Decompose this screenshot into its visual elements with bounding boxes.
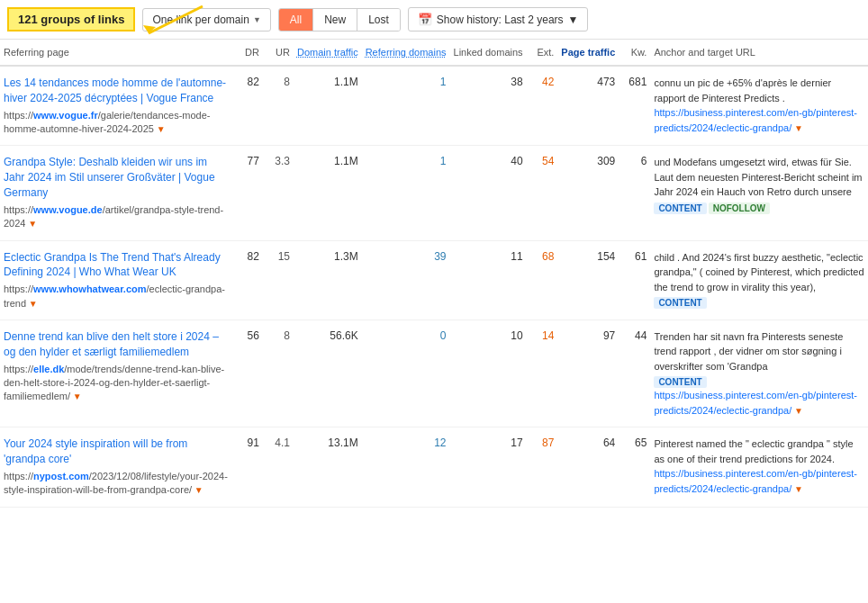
filter-all-button[interactable]: All xyxy=(279,9,313,31)
anchor-url-dropdown-icon[interactable]: ▼ xyxy=(791,406,803,416)
page-title-link[interactable]: Grandpa Style: Deshalb kleiden wir uns i… xyxy=(4,155,229,200)
linked-domains-value: 38 xyxy=(450,66,527,146)
col-header-kw[interactable]: Kw. xyxy=(619,40,650,66)
anchor-text: Trenden har sit navn fra Pinterests sene… xyxy=(654,329,864,374)
domain-traffic-value: 1.3M xyxy=(294,240,362,320)
links-table-wrapper: Referring page DR UR Domain traffic Refe… xyxy=(0,40,868,508)
anchor-url-dropdown-icon[interactable]: ▼ xyxy=(791,123,803,133)
anchor-text: und Modefans umgesetzt wird, etwas für S… xyxy=(654,155,864,200)
anchor-url-link[interactable]: https://business.pinterest.com/en-gb/pin… xyxy=(654,468,857,494)
ext-value: 42 xyxy=(527,66,558,146)
page-cell: Denne trend kan blive den helt store i 2… xyxy=(0,320,232,428)
page-traffic-value: 64 xyxy=(557,428,619,507)
anchor-url-link[interactable]: https://business.pinterest.com/en-gb/pin… xyxy=(654,390,857,416)
dr-value: 77 xyxy=(232,146,263,240)
anchor-text: Pinterest named the " eclectic grandpa "… xyxy=(654,436,864,466)
col-header-referring-domains[interactable]: Referring domains xyxy=(362,40,450,66)
dr-value: 82 xyxy=(232,66,263,146)
page-url: https://www.vogue.fr/galerie/tendances-m… xyxy=(4,109,229,137)
top-bar: 121 groups of links One link per domain … xyxy=(0,0,868,40)
ur-value: 4.1 xyxy=(263,428,294,507)
anchor-cell: connu un pic de +65% d'après le dernier … xyxy=(650,66,868,146)
col-header-page: Referring page xyxy=(0,40,232,66)
url-dropdown-icon[interactable]: ▼ xyxy=(26,299,38,309)
arrow-annotation xyxy=(131,2,212,38)
anchor-cell: Pinterest named the " eclectic grandpa "… xyxy=(650,428,868,507)
url-text: https://www.vogue.fr/galerie/tendances-m… xyxy=(4,110,211,134)
tag-group: CONTENTNOFOLLOW xyxy=(654,200,864,214)
domain-traffic-value: 1.1M xyxy=(294,146,362,240)
tag-content: CONTENT xyxy=(654,297,706,309)
referring-domains-value: 0 xyxy=(362,320,450,428)
dr-value: 82 xyxy=(232,240,263,320)
col-header-domain-traffic[interactable]: Domain traffic xyxy=(294,40,362,66)
linked-domains-value: 11 xyxy=(450,240,527,320)
col-header-page-traffic[interactable]: Page traffic xyxy=(557,40,619,66)
url-dropdown-icon[interactable]: ▼ xyxy=(192,485,203,495)
col-header-dr[interactable]: DR xyxy=(232,40,263,66)
dr-value: 56 xyxy=(232,320,263,428)
table-body: Les 14 tendances mode homme de l'automne… xyxy=(0,66,868,507)
referring-domains-value: 1 xyxy=(362,146,450,240)
page-cell: Les 14 tendances mode homme de l'automne… xyxy=(0,66,232,146)
calendar-icon: 📅 xyxy=(418,13,432,26)
chevron-down-icon: ▼ xyxy=(253,15,261,24)
page-traffic-value: 154 xyxy=(557,240,619,320)
page-traffic-value: 97 xyxy=(557,320,619,428)
page-url: https://www.vogue.de/artikel/grandpa-sty… xyxy=(4,203,229,231)
table-row: Denne trend kan blive den helt store i 2… xyxy=(0,320,868,428)
anchor-text: child . And 2024's first buzzy aesthetic… xyxy=(654,250,864,295)
url-text: https://elle.dk/mode/trends/denne-trend-… xyxy=(4,364,224,402)
anchor-url-link[interactable]: https://business.pinterest.com/en-gb/pin… xyxy=(654,107,857,133)
ur-value: 3.3 xyxy=(263,146,294,240)
anchor-cell: und Modefans umgesetzt wird, etwas für S… xyxy=(650,146,868,240)
page-url: https://nypost.com/2023/12/08/lifestyle/… xyxy=(4,470,229,498)
page-title-link[interactable]: Your 2024 style inspiration will be from… xyxy=(4,436,229,467)
dr-value: 91 xyxy=(232,428,263,507)
col-header-ur[interactable]: UR xyxy=(263,40,294,66)
ext-value: 54 xyxy=(527,146,558,240)
referring-domains-value: 39 xyxy=(362,240,450,320)
col-header-linked-domains[interactable]: Linked domains xyxy=(450,40,527,66)
anchor-cell: Trenden har sit navn fra Pinterests sene… xyxy=(650,320,868,428)
ur-value: 15 xyxy=(263,240,294,320)
linked-domains-value: 10 xyxy=(450,320,527,428)
page-title-link[interactable]: Denne trend kan blive den helt store i 2… xyxy=(4,329,229,360)
filter-lost-button[interactable]: Lost xyxy=(357,9,400,31)
tag-group: CONTENT xyxy=(654,294,864,309)
page-title-link[interactable]: Les 14 tendances mode homme de l'automne… xyxy=(4,76,229,106)
kw-value: 61 xyxy=(619,240,650,320)
links-table: Referring page DR UR Domain traffic Refe… xyxy=(0,40,868,508)
tag-group: CONTENT xyxy=(654,374,864,388)
page-url: https://www.whowhatwear.com/eclectic-gra… xyxy=(4,283,229,310)
domain-traffic-value: 13.1M xyxy=(294,428,362,507)
url-dropdown-icon[interactable]: ▼ xyxy=(70,392,82,401)
table-header-row: Referring page DR UR Domain traffic Refe… xyxy=(0,40,868,66)
domain-traffic-value: 1.1M xyxy=(294,66,362,146)
svg-line-0 xyxy=(149,6,203,33)
col-header-anchor: Anchor and target URL xyxy=(650,40,868,66)
col-header-ext[interactable]: Ext. xyxy=(527,40,558,66)
table-row: Grandpa Style: Deshalb kleiden wir uns i… xyxy=(0,146,868,240)
tag-content: CONTENT xyxy=(654,202,706,214)
groups-badge: 121 groups of links xyxy=(7,7,135,32)
page-traffic-value: 309 xyxy=(557,146,619,240)
url-dropdown-icon[interactable]: ▼ xyxy=(154,124,166,134)
ext-value: 14 xyxy=(527,320,558,428)
table-row: Your 2024 style inspiration will be from… xyxy=(0,428,868,507)
page-traffic-value: 473 xyxy=(557,66,619,146)
url-dropdown-icon[interactable]: ▼ xyxy=(25,219,37,229)
page-url: https://elle.dk/mode/trends/denne-trend-… xyxy=(4,363,229,404)
page-cell: Grandpa Style: Deshalb kleiden wir uns i… xyxy=(0,146,232,240)
history-button[interactable]: 📅 Show history: Last 2 years ▼ xyxy=(408,7,589,32)
kw-value: 681 xyxy=(619,66,650,146)
filter-group: All New Lost xyxy=(278,8,401,32)
ur-value: 8 xyxy=(263,320,294,428)
anchor-cell: child . And 2024's first buzzy aesthetic… xyxy=(650,240,868,320)
tag-content: CONTENT xyxy=(654,376,706,388)
filter-new-button[interactable]: New xyxy=(313,9,357,31)
kw-value: 65 xyxy=(619,428,650,507)
page-title-link[interactable]: Eclectic Grandpa Is The Trend That's Alr… xyxy=(4,250,229,281)
table-row: Les 14 tendances mode homme de l'automne… xyxy=(0,66,868,146)
anchor-url-dropdown-icon[interactable]: ▼ xyxy=(791,484,803,494)
